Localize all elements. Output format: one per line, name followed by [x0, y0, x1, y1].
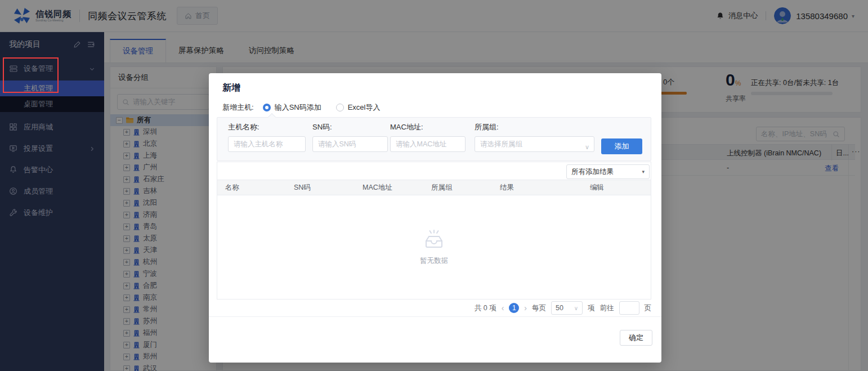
group-select[interactable] — [475, 136, 594, 152]
host-name-field: 主机名称: — [228, 122, 306, 152]
col-name: 名称 — [217, 183, 286, 193]
page-size-select[interactable]: 50 ∨ — [551, 301, 583, 315]
current-page[interactable]: 1 — [509, 303, 519, 313]
annotation-highlight-rect — [3, 57, 59, 93]
col-sn: SN码 — [286, 183, 355, 193]
radio-sn-add-label[interactable]: 输入SN码添加 — [275, 102, 321, 113]
radio-group-label: 新增主机: — [222, 102, 254, 113]
group-label: 所属组: — [475, 122, 594, 132]
sn-field: SN码: — [312, 122, 388, 152]
col-mac: MAC地址 — [355, 183, 423, 193]
confirm-button[interactable]: 确定 — [620, 330, 652, 346]
sn-input[interactable] — [312, 136, 388, 152]
goto-page-input[interactable] — [619, 301, 639, 315]
per-page-suffix: 项 — [588, 303, 595, 313]
group-field: 所属组: ∨ — [475, 122, 594, 152]
col-result: 结果 — [492, 183, 582, 193]
radio-excel-import[interactable] — [336, 104, 344, 111]
mac-field: MAC地址: — [390, 122, 466, 152]
page-size-value: 50 — [556, 304, 563, 312]
sn-label: SN码: — [312, 122, 388, 132]
add-host-modal: 新增 新增主机: 输入SN码添加 Excel导入 主机名称: SN码: MAC地… — [209, 73, 661, 363]
col-group: 所属组 — [423, 183, 492, 193]
goto-suffix: 页 — [645, 303, 652, 313]
radio-sn-add-selected[interactable] — [263, 104, 271, 111]
col-edit: 编辑 — [582, 183, 644, 193]
form-caret — [268, 113, 276, 121]
empty-inbox-icon — [420, 229, 448, 252]
select-caret-icon: ∨ — [574, 305, 578, 311]
footer-divider — [209, 316, 661, 317]
mac-input[interactable] — [390, 136, 466, 152]
filter-caret-down-icon: ▾ — [642, 169, 645, 175]
empty-text: 暂无数据 — [420, 256, 448, 266]
pagination-total: 共 0 项 — [475, 303, 496, 313]
next-page-icon[interactable]: › — [524, 303, 527, 312]
pagination: 共 0 项 ‹ 1 › 每页 50 ∨ 项 前往 页 — [217, 301, 651, 315]
goto-prefix: 前往 — [600, 303, 614, 313]
empty-state: 暂无数据 — [217, 195, 651, 299]
prev-page-icon[interactable]: ‹ — [502, 303, 504, 312]
per-page-prefix: 每页 — [532, 303, 546, 313]
host-name-input[interactable] — [228, 136, 306, 152]
result-filter-value: 所有添加结果 — [571, 167, 614, 177]
sn-add-form: 主机名称: SN码: MAC地址: 所属组: ∨ 添加 — [217, 117, 651, 161]
result-filter-select[interactable]: 所有添加结果 ▾ — [566, 164, 650, 179]
radio-excel-import-label[interactable]: Excel导入 — [348, 102, 381, 113]
add-result-table: 所有添加结果 ▾ 名称 SN码 MAC地址 所属组 结果 编辑 — [217, 162, 651, 300]
host-name-label: 主机名称: — [228, 122, 306, 132]
add-button[interactable]: 添加 — [601, 138, 642, 154]
result-table-header: 名称 SN码 MAC地址 所属组 结果 编辑 — [217, 180, 651, 195]
screen: 信锐同频 Sundray Co-Meeting 同频会议云管系统 首页 消息中心 — [0, 0, 868, 371]
add-mode-radio-group: 新增主机: 输入SN码添加 Excel导入 — [222, 102, 395, 113]
modal-title: 新增 — [222, 82, 240, 94]
mac-label: MAC地址: — [390, 122, 466, 132]
